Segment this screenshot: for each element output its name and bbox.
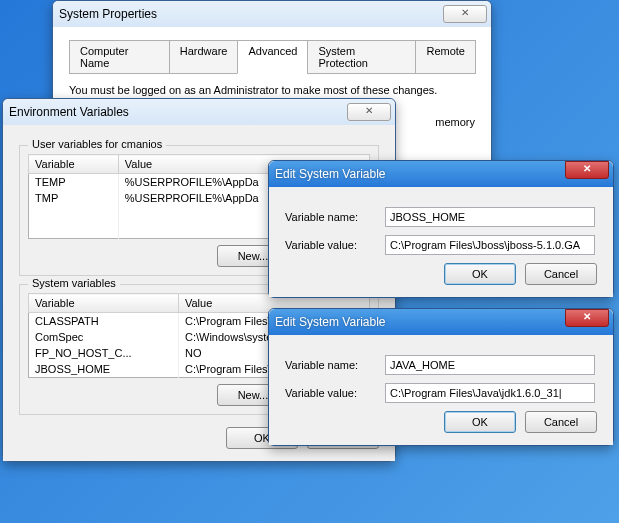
variable-name-label: Variable name: xyxy=(285,211,385,223)
tab-remote[interactable]: Remote xyxy=(415,40,476,74)
edit2-titlebar[interactable]: Edit System Variable ✕ xyxy=(269,309,613,335)
env-title: Environment Variables xyxy=(9,105,389,119)
variable-name-field[interactable] xyxy=(385,207,595,227)
tab-hardware[interactable]: Hardware xyxy=(169,40,239,74)
admin-note: You must be logged on as an Administrato… xyxy=(69,84,475,96)
variable-name-field[interactable] xyxy=(385,355,595,375)
system-properties-title: System Properties xyxy=(59,7,485,21)
close-icon[interactable]: ✕ xyxy=(347,103,391,121)
variable-value-label: Variable value: xyxy=(285,239,385,251)
variable-value-field[interactable] xyxy=(385,235,595,255)
env-titlebar[interactable]: Environment Variables ✕ xyxy=(3,99,395,125)
col-variable[interactable]: Variable xyxy=(29,294,179,313)
cancel-button[interactable]: Cancel xyxy=(525,411,597,433)
edit2-title: Edit System Variable xyxy=(275,315,607,329)
system-properties-titlebar[interactable]: System Properties ✕ xyxy=(53,1,491,27)
edit-variable-dialog-1: Edit System Variable ✕ Variable name: Va… xyxy=(268,160,614,298)
system-variables-label: System variables xyxy=(28,277,120,289)
ok-button[interactable]: OK xyxy=(444,263,516,285)
edit-variable-dialog-2: Edit System Variable ✕ Variable name: Va… xyxy=(268,308,614,446)
tab-advanced[interactable]: Advanced xyxy=(237,40,308,74)
tab-system-protection[interactable]: System Protection xyxy=(307,40,416,74)
user-variables-label: User variables for cmanios xyxy=(28,138,166,150)
close-icon[interactable]: ✕ xyxy=(443,5,487,23)
tab-computer-name[interactable]: Computer Name xyxy=(69,40,170,74)
close-icon[interactable]: ✕ xyxy=(565,161,609,179)
col-variable[interactable]: Variable xyxy=(29,155,119,174)
edit1-body: Variable name: Variable value: OK Cancel xyxy=(269,187,613,297)
variable-value-label: Variable value: xyxy=(285,387,385,399)
close-icon[interactable]: ✕ xyxy=(565,309,609,327)
system-properties-tabs: Computer Name Hardware Advanced System P… xyxy=(69,39,475,74)
ok-button[interactable]: OK xyxy=(444,411,516,433)
variable-name-label: Variable name: xyxy=(285,359,385,371)
edit2-body: Variable name: Variable value: OK Cancel xyxy=(269,335,613,445)
memory-text: memory xyxy=(435,116,475,128)
edit1-title: Edit System Variable xyxy=(275,167,607,181)
variable-value-field[interactable] xyxy=(385,383,595,403)
cancel-button[interactable]: Cancel xyxy=(525,263,597,285)
edit1-titlebar[interactable]: Edit System Variable ✕ xyxy=(269,161,613,187)
